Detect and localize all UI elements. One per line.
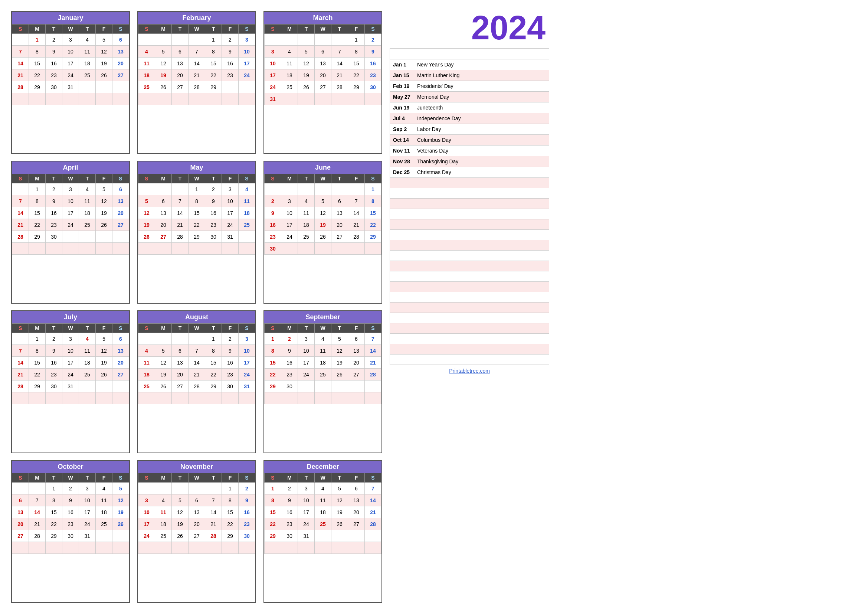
cal-day: 12 [155,57,172,70]
cal-day: 7 [365,333,381,345]
cal-day: 1 [222,482,239,495]
cal-day: 25 [79,219,96,231]
weekday-header: T [332,174,348,183]
cal-day: 4 [79,333,96,345]
cal-day [29,243,46,255]
cal-day [29,542,46,554]
cal-day [138,392,155,404]
empty-cell [390,240,414,251]
weekday-header: F [348,324,365,333]
cal-day: 12 [332,345,348,357]
month-january: JanuarySMTWTFS12345678910111213141516171… [11,11,130,154]
cal-day [239,231,255,243]
cal-day: 26 [96,369,112,380]
cal-day: 3 [239,333,255,345]
cal-day: 5 [96,183,112,195]
empty-cell [414,209,549,219]
cal-day: 31 [62,380,79,392]
cal-day: 12 [96,195,112,207]
cal-table-june: SMTWTFS123456789101112131415161718192021… [264,174,381,255]
holiday-name: Christmas Day [414,167,549,178]
cal-day: 16 [46,207,62,219]
weekday-header: T [79,174,96,183]
holiday-date: May 27 [390,92,414,102]
cal-day [138,34,155,46]
cal-day: 6 [12,495,29,506]
weekday-header: F [96,473,112,482]
cal-day: 10 [62,46,79,57]
weekday-header: T [172,324,189,333]
empty-row [390,271,549,282]
cal-day: 17 [298,357,315,369]
cal-day: 14 [365,345,381,357]
cal-day: 30 [281,380,298,392]
cal-day: 8 [205,345,222,357]
cal-day: 27 [172,380,189,392]
calendars-grid: JanuarySMTWTFS12345678910111213141516171… [11,11,382,603]
cal-day: 5 [315,195,332,207]
cal-day: 4 [96,482,112,495]
cal-day: 20 [315,70,332,81]
cal-day: 7 [172,195,189,207]
footer-link[interactable]: Printabletree.com [390,368,549,374]
cal-day: 15 [29,57,46,70]
cal-day: 30 [205,231,222,243]
empty-cell [414,313,549,323]
cal-day: 13 [315,57,332,70]
weekday-header: F [348,25,365,34]
cal-day: 23 [46,219,62,231]
holidays-table: Federal Holidays 2024 Jan 1New Year's Da… [390,48,549,365]
weekday-header: W [189,473,205,482]
empty-row [390,323,549,334]
cal-day [138,333,155,345]
cal-day: 10 [62,195,79,207]
cal-day: 16 [365,57,381,70]
cal-day: 26 [332,369,348,380]
cal-day: 11 [315,495,332,506]
weekday-header: S [239,324,255,333]
weekday-header: T [46,174,62,183]
cal-day: 26 [172,530,189,542]
cal-day: 18 [315,357,332,369]
cal-day: 17 [239,57,255,70]
weekday-header: M [29,324,46,333]
cal-day: 24 [265,81,281,93]
cal-day: 29 [189,231,205,243]
cal-day: 6 [172,46,189,57]
cal-day [298,542,315,554]
cal-day: 15 [29,207,46,219]
month-march: MarchSMTWTFS1234567891011121314151617181… [264,11,382,154]
cal-day [155,93,172,105]
cal-day: 3 [222,183,239,195]
cal-day [172,333,189,345]
holiday-row: Nov 11Veterans Day [390,146,549,156]
cal-day: 23 [265,231,281,243]
weekday-header: W [62,473,79,482]
empty-cell [414,271,549,282]
cal-day: 5 [155,345,172,357]
empty-row [390,302,549,313]
cal-day: 9 [222,46,239,57]
cal-day [155,34,172,46]
cal-day: 1 [205,34,222,46]
weekday-header: S [112,473,129,482]
cal-day: 20 [189,518,205,530]
cal-day: 19 [155,369,172,380]
cal-day: 30 [46,380,62,392]
empty-row [390,292,549,302]
empty-row [390,261,549,271]
cal-day: 29 [46,530,62,542]
cal-day: 2 [265,195,281,207]
month-header-december: December [264,460,381,473]
holiday-date: Jul 4 [390,113,414,124]
cal-day: 30 [365,81,381,93]
cal-day: 18 [315,506,332,518]
cal-day: 8 [29,345,46,357]
cal-day: 30 [46,231,62,243]
cal-day: 4 [298,195,315,207]
cal-day: 24 [62,369,79,380]
weekday-header: T [205,324,222,333]
cal-day: 11 [298,207,315,219]
month-june: JuneSMTWTFS12345678910111213141516171819… [264,161,382,304]
cal-day: 8 [29,46,46,57]
